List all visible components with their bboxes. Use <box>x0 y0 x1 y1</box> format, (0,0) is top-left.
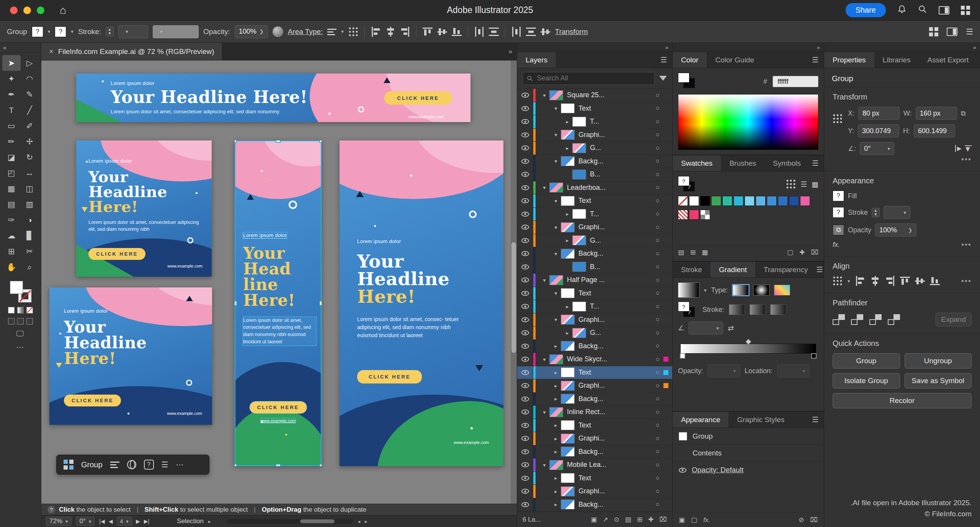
apps-grid-icon[interactable] <box>961 6 970 15</box>
pencil-tool[interactable]: ✏ <box>2 134 21 149</box>
align-to-icon[interactable] <box>833 276 843 286</box>
tab-gradient[interactable]: Gradient <box>710 262 755 277</box>
appearance-row-opacity[interactable]: Opacity: Default <box>673 462 824 478</box>
reverse-gradient-icon[interactable]: ⇄ <box>728 324 734 333</box>
transform-link[interactable]: Transform <box>555 28 588 36</box>
expand-caret[interactable]: ▸ <box>551 436 561 442</box>
layer-row-text[interactable]: ▸Text○ <box>517 419 672 432</box>
share-button[interactable]: Share <box>846 3 886 17</box>
first-artboard-icon[interactable]: |◀ <box>99 518 105 524</box>
scrollbar-thumb[interactable] <box>300 519 335 523</box>
clear-appearance-icon[interactable]: ⊘ <box>799 516 804 524</box>
align-right-icon[interactable] <box>400 27 410 37</box>
target-circle[interactable]: ○ <box>652 210 663 218</box>
stroke-along-icon[interactable] <box>750 304 766 315</box>
document-tab[interactable]: × FileInfo.com Example.ai @ 72 % (RGB/Pr… <box>41 43 222 60</box>
layer-row-graphi[interactable]: ▸Graphi...○ <box>517 379 672 393</box>
target-circle[interactable]: ○ <box>652 104 663 112</box>
canvas[interactable]: Lorem ipsum dolor Your Headline Here! Lo… <box>41 60 517 504</box>
flip-horizontal-icon[interactable]: ▶ <box>955 145 962 152</box>
distribute-spacing-h-icon[interactable] <box>511 27 521 37</box>
target-circle[interactable]: ○ <box>652 408 663 416</box>
arrange-docs-icon[interactable] <box>947 28 957 36</box>
swatch[interactable] <box>800 196 810 206</box>
linear-gradient-icon[interactable] <box>733 285 749 295</box>
swatch[interactable] <box>789 196 799 206</box>
swatch-themes-icon[interactable]: ⊞ <box>690 248 696 256</box>
align-center-horizontal-icon[interactable] <box>870 276 880 286</box>
filter-funnel-icon[interactable] <box>659 76 667 81</box>
expand-caret[interactable]: ▾ <box>539 92 549 98</box>
artboard-half-page[interactable]: Lorem ipsum dolor Your Headline Here! Lo… <box>340 140 503 466</box>
appearance-row-contents[interactable]: Contents <box>673 445 824 462</box>
target-circle[interactable]: ○ <box>652 289 663 297</box>
layer-row-backg[interactable]: ▾Backg...○ <box>517 155 672 168</box>
expand-caret[interactable]: ▸ <box>562 145 572 151</box>
distribute-spacing-icon[interactable] <box>541 27 550 37</box>
visibility-toggle[interactable] <box>517 419 533 432</box>
close-document-icon[interactable]: × <box>49 47 54 56</box>
dock-collapse-icon[interactable]: » <box>817 44 820 51</box>
visibility-toggle[interactable] <box>517 194 533 207</box>
expand-caret[interactable]: ▸ <box>551 343 561 349</box>
perspective-grid-tool[interactable]: ◫ <box>21 181 39 196</box>
layer-row-t[interactable]: ▸T...○ <box>517 115 672 129</box>
layer-row-graphi[interactable]: ▾Graphi...○ <box>517 313 672 327</box>
swatch[interactable] <box>778 196 788 206</box>
direct-selection-tool[interactable]: ▷ <box>21 55 39 71</box>
export-icon[interactable]: ↗ <box>603 516 608 524</box>
draw-inside-icon[interactable] <box>26 318 33 325</box>
dock-collapse-icon[interactable]: » <box>973 44 976 51</box>
tab-brushes[interactable]: Brushes <box>721 155 764 171</box>
visibility-toggle[interactable] <box>517 353 533 366</box>
pathfinder-exclude-icon[interactable] <box>888 314 900 325</box>
artboard-skyscraper[interactable]: Lorem ipsum dolor Your Head line Here! L… <box>235 140 322 466</box>
visibility-toggle[interactable] <box>517 340 533 353</box>
target-circle[interactable]: ○ <box>652 91 663 99</box>
lasso-tool[interactable]: ◠ <box>21 71 39 86</box>
stroke-style-select[interactable]: ▾ <box>153 25 199 38</box>
distribute-horizontal-icon[interactable] <box>474 27 484 37</box>
eyedropper-tool[interactable]: ✑ <box>2 212 21 228</box>
gradient-fill-stroke-proxy[interactable]: ? ? <box>678 302 698 318</box>
new-effect-label[interactable]: fx. <box>703 516 710 524</box>
pathfinder-unite-icon[interactable] <box>833 314 845 325</box>
visibility-toggle[interactable] <box>517 221 533 234</box>
toolbar-more-icon[interactable]: ⋯ <box>16 343 25 352</box>
zoom-tool[interactable]: ⌕ <box>21 259 39 275</box>
visibility-toggle[interactable] <box>517 208 533 221</box>
target-circle[interactable]: ○ <box>652 369 663 376</box>
pathfinder-minus-front-icon[interactable] <box>851 314 863 325</box>
tab-graphic-styles[interactable]: Graphic Styles <box>728 412 793 427</box>
align-center-vertical-icon[interactable] <box>915 276 925 286</box>
tab-transparency[interactable]: Transparency <box>755 262 816 277</box>
visibility-toggle[interactable] <box>517 406 533 419</box>
expand-caret[interactable]: ▸ <box>562 237 572 243</box>
slice-tool[interactable]: ✂ <box>21 243 39 259</box>
layer-row-square-25[interactable]: ▾Square 25...○ <box>517 89 672 102</box>
swatch-proxy[interactable]: ? ? <box>678 176 698 192</box>
curvature-tool[interactable]: ✎ <box>21 86 39 102</box>
tab-swatches[interactable]: Swatches <box>673 155 721 171</box>
gradient-preview[interactable] <box>678 282 699 298</box>
layers-search-field[interactable] <box>523 72 655 85</box>
visibility-toggle[interactable] <box>517 445 533 458</box>
distribute-vertical-icon[interactable] <box>489 27 499 37</box>
appearance-row-group[interactable]: Group <box>673 428 824 445</box>
swatch-pattern[interactable] <box>700 210 710 220</box>
layers-grid-icon[interactable] <box>64 460 74 470</box>
target-circle[interactable]: ○ <box>652 144 663 152</box>
free-transform-tool[interactable]: ▦ <box>2 181 21 196</box>
save-as-symbol-button[interactable]: Save as Symbol <box>905 373 972 388</box>
layer-row-wide-skycr[interactable]: ▾Wide Skycr...○ <box>517 353 672 366</box>
target-circle[interactable]: ○ <box>652 382 663 390</box>
visibility-toggle[interactable] <box>517 234 533 247</box>
swatch[interactable] <box>722 196 732 206</box>
stroke-weight-stepper[interactable]: ▲▼ <box>106 27 114 36</box>
selection-handle[interactable] <box>276 140 281 143</box>
align-right-icon[interactable] <box>885 276 895 286</box>
shaper-tool[interactable]: ✢ <box>21 134 39 149</box>
target-circle[interactable]: ○ <box>652 356 663 363</box>
close-window-button[interactable] <box>10 7 18 14</box>
x-field[interactable]: 80 px <box>858 107 900 120</box>
